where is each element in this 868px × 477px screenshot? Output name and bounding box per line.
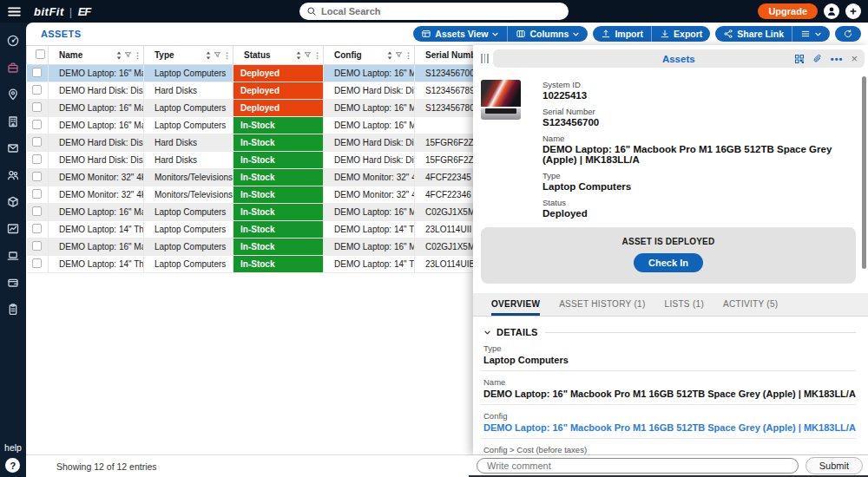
cell-status: In-Stock: [233, 221, 324, 238]
global-search: [299, 3, 569, 20]
row-checkbox[interactable]: [32, 85, 42, 95]
refresh-button[interactable]: [835, 26, 861, 42]
sidebar-item-locations[interactable]: [0, 81, 26, 108]
list-button[interactable]: [792, 26, 830, 42]
cell-config: DEMO Laptop: 14" Think...: [324, 221, 415, 238]
row-checkbox[interactable]: [32, 154, 42, 164]
sidebar-item-people[interactable]: [0, 161, 26, 188]
column-menu-icon[interactable]: ⋮: [313, 51, 321, 60]
cell-status: Deployed: [233, 65, 324, 82]
close-icon[interactable]: ×: [851, 53, 858, 64]
row-checkbox[interactable]: [32, 189, 42, 199]
import-icon: [601, 29, 611, 39]
more-options-icon[interactable]: •••: [831, 54, 844, 64]
column-menu-icon[interactable]: ⋮: [404, 51, 412, 60]
tab-assethistory1[interactable]: ASSET HISTORY (1): [559, 299, 645, 316]
cell-config: DEMO Hard Disk: Diskles...: [324, 152, 415, 169]
sort-icon: [386, 51, 393, 60]
sidebar-item-devices[interactable]: [0, 242, 26, 269]
column-menu-icon[interactable]: ⋮: [134, 51, 141, 60]
column-menu-icon[interactable]: ⋮: [223, 51, 231, 60]
toolbar-group: ImportExport: [593, 26, 710, 42]
sidebar-nav: help ?: [0, 23, 26, 477]
account-icon[interactable]: [824, 3, 839, 19]
sidebar-item-dashboard[interactable]: [0, 27, 26, 54]
panel-scrollbar[interactable]: [862, 76, 866, 269]
upgrade-button[interactable]: Upgrade: [758, 3, 818, 19]
drag-handle-icon[interactable]: [477, 54, 493, 63]
row-checkbox[interactable]: [32, 241, 42, 251]
sidebar-item-inventory[interactable]: [0, 188, 26, 215]
sidebar-item-assets[interactable]: [0, 54, 26, 81]
details-section-header[interactable]: DETAILS: [481, 327, 856, 337]
row-checkbox[interactable]: [32, 206, 42, 216]
comment-input[interactable]: [477, 458, 799, 474]
detail-field: Config > Cost (before taxes)$2,324.50: [481, 439, 856, 454]
cell-config: DEMO Hard Disk: Diskles...: [324, 134, 415, 152]
import-button[interactable]: Import: [593, 26, 651, 42]
select-all-checkbox[interactable]: [36, 49, 45, 59]
summary-field: NameDEMO Laptop: 16" Macbook Pro M1 16GB…: [542, 134, 856, 165]
cell-config: DEMO Monitor: 32" 4K U...: [324, 169, 415, 186]
column-header-type[interactable]: Type⋮: [144, 46, 233, 65]
row-checkbox[interactable]: [32, 137, 42, 147]
assets-view-button[interactable]: Assets View: [413, 26, 507, 42]
column-header-status[interactable]: Status⋮: [233, 46, 324, 65]
tab-assets[interactable]: ASSETS: [41, 29, 81, 39]
search-input[interactable]: [321, 6, 562, 16]
cell-name: DEMO Laptop: 14" Think...: [49, 221, 144, 238]
share-link-button[interactable]: Share Link: [715, 26, 792, 42]
qr-code-icon[interactable]: [794, 54, 805, 64]
sort-icon: [295, 51, 302, 60]
hamburger-icon[interactable]: [7, 4, 22, 19]
cell-name: DEMO Hard Disk: Diskles...: [49, 134, 144, 152]
cell-status: In-Stock: [233, 256, 324, 273]
sidebar-item-audits[interactable]: [0, 296, 26, 323]
top-navbar: bitFit | EF Upgrade: [0, 0, 868, 23]
sidebar-item-purchases[interactable]: [0, 269, 26, 296]
tab-lists1[interactable]: LISTS (1): [665, 299, 705, 316]
column-header-config[interactable]: Config⋮: [324, 46, 415, 65]
filter-icon: [124, 51, 132, 59]
sidebar-item-requests[interactable]: [0, 134, 26, 161]
row-checkbox[interactable]: [32, 224, 42, 233]
tab-activity5[interactable]: ACTIVITY (5): [723, 299, 778, 316]
export-icon: [660, 29, 670, 39]
asset-detail-panel: Assets ••• × System ID10225413Serial Num…: [473, 45, 868, 454]
devices-icon: [6, 249, 20, 263]
paperclip-icon[interactable]: [812, 54, 823, 64]
comment-bar: Submit: [469, 454, 868, 477]
cell-config: DEMO Hard Disk: Diskles...: [324, 82, 415, 100]
sidebar-item-reports[interactable]: [0, 215, 26, 242]
row-checkbox[interactable]: [32, 172, 42, 181]
logo-text: bitFit: [34, 5, 64, 18]
submit-button[interactable]: Submit: [806, 457, 863, 474]
cell-type: Hard Disks: [144, 152, 233, 169]
row-checkbox[interactable]: [32, 68, 42, 77]
cell-config: DEMO Laptop: 16" Macb...: [324, 117, 415, 134]
status-badge: In-Stock: [233, 204, 323, 220]
row-checkbox[interactable]: [32, 120, 42, 129]
columns-button[interactable]: Columns: [507, 26, 588, 42]
export-button[interactable]: Export: [651, 26, 710, 42]
cell-type: Monitors/Televisions: [144, 186, 233, 204]
navbar-actions: Upgrade: [758, 0, 861, 23]
plus-icon[interactable]: [845, 3, 861, 19]
cell-type: Laptop Computers: [144, 238, 233, 256]
status-badge: In-Stock: [233, 186, 323, 203]
app-logo: bitFit | EF: [34, 5, 90, 18]
cell-name: DEMO Laptop: 16" Macb...: [49, 65, 144, 82]
column-header-name[interactable]: Name⋮: [49, 46, 144, 65]
cell-name: DEMO Laptop: 16" Macb...: [49, 100, 144, 117]
detail-link[interactable]: DEMO Laptop: 16" Macbook Pro M1 16GB 512…: [483, 422, 856, 433]
asset-thumbnail[interactable]: [481, 80, 521, 118]
help-icon[interactable]: ?: [5, 458, 20, 473]
tab-overview[interactable]: OVERVIEW: [491, 299, 540, 316]
cell-status: In-Stock: [233, 117, 324, 134]
inventory-icon: [6, 195, 20, 209]
sidebar-item-organization[interactable]: [0, 108, 26, 134]
check-in-button[interactable]: Check In: [634, 253, 703, 272]
row-checkbox[interactable]: [32, 258, 42, 268]
row-checkbox[interactable]: [32, 102, 42, 112]
cell-status: In-Stock: [233, 238, 324, 256]
